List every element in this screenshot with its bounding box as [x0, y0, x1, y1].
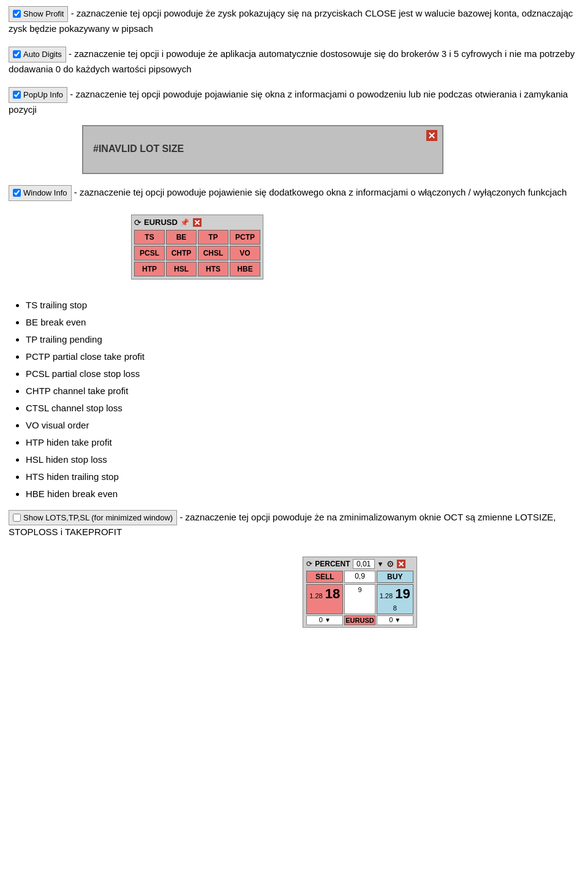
- list-item-pcsl: PCSL partial close stop loss: [26, 367, 579, 381]
- eurusd-icon: ⟳: [134, 218, 141, 227]
- list-item-htp: HTP hiden take profit: [26, 435, 579, 450]
- sell-big-num: 18: [325, 586, 340, 601]
- btn-hbe[interactable]: HBE: [230, 262, 260, 276]
- eurusd-titlebar: ⟳ EURUSD 📌: [134, 218, 260, 227]
- sell-price-small: 1.28: [309, 592, 322, 599]
- list-item-vo: VO visual order: [26, 418, 579, 433]
- popup-info-paragraph: PopUp Info - zaznaczenie tej opcji powod…: [9, 87, 579, 116]
- list-item-ctsl: CTSL channel stop loss: [26, 401, 579, 416]
- percent-label: PERCENT: [315, 560, 350, 568]
- window-info-checkbox-widget[interactable]: Window Info: [9, 185, 72, 201]
- btn-htp[interactable]: HTP: [134, 262, 165, 276]
- minimized-close-button[interactable]: [397, 560, 405, 568]
- lot-dropdown-arrow[interactable]: ▼: [377, 560, 384, 568]
- price-big-row: 1.28 18 9 1.28 19 8: [306, 584, 413, 614]
- eurusd-title: EURUSD: [144, 218, 178, 227]
- popup-info-checkbox-widget[interactable]: PopUp Info: [9, 87, 67, 103]
- list-item-ts: TS trailing stop: [26, 298, 579, 313]
- minimized-panel: ⟳ PERCENT ▼ ⚙ SELL 0,9 BUY 1.28 18 9 1.2…: [303, 557, 417, 628]
- popup-info-section: PopUp Info - zaznaczenie tej opcji powod…: [9, 87, 579, 174]
- btn-tp[interactable]: TP: [198, 230, 228, 245]
- btn-pctp[interactable]: PCTP: [230, 230, 260, 245]
- eurusd-button-grid: TS BE TP PCTP PCSL CHTP CHSL VO HTP HSL …: [134, 230, 260, 276]
- buy-big-num: 19: [395, 586, 410, 601]
- sell-buy-row: SELL 0,9 BUY: [306, 571, 413, 583]
- auto-digits-description: - zaznaczenie tej opcji i powoduje że ap…: [9, 48, 575, 74]
- btn-ts[interactable]: TS: [134, 230, 165, 245]
- popup-dialog: #INAVLID LOT SIZE: [82, 125, 443, 174]
- sell-price-button[interactable]: 1.28 18: [306, 584, 343, 614]
- show-lots-checkbox-widget[interactable]: Show LOTS,TP,SL (for minimized window): [9, 510, 177, 526]
- show-lots-label: Show LOTS,TP,SL (for minimized window): [23, 512, 173, 524]
- list-item-pctp: PCTP partial close take profit: [26, 349, 579, 364]
- btn-vo[interactable]: VO: [230, 246, 260, 261]
- popup-dialog-title: #INAVLID LOT SIZE: [93, 143, 432, 154]
- buy-bottom-val: 0: [389, 616, 393, 623]
- window-info-checkbox[interactable]: [13, 189, 21, 197]
- btn-hsl[interactable]: HSL: [166, 262, 197, 276]
- buy-bottom-arrow[interactable]: ▼: [394, 617, 401, 623]
- eurusd-pin-button[interactable]: 📌: [180, 218, 189, 227]
- sell-bottom-arrow[interactable]: ▼: [325, 617, 331, 623]
- sell-bottom-dropdown[interactable]: 0 ▼: [306, 615, 343, 625]
- buy-price-button[interactable]: 1.28 19 8: [377, 584, 413, 614]
- window-info-label: Window Info: [23, 187, 67, 199]
- show-profit-description: - zaznaczenie tej opcji powoduje że zysk…: [9, 8, 573, 34]
- buy-small-right: 8: [393, 604, 397, 612]
- btn-chtp[interactable]: CHTP: [166, 246, 197, 261]
- list-item-tp: TP trailing pending: [26, 332, 579, 347]
- show-profit-checkbox[interactable]: [13, 10, 21, 18]
- btn-chsl[interactable]: CHSL: [198, 246, 228, 261]
- minimized-icon: ⟳: [306, 560, 312, 568]
- show-profit-section: Show Profit - zaznaczenie tej opcji powo…: [9, 6, 579, 36]
- list-item-chtp: CHTP channel take profit: [26, 384, 579, 398]
- popup-info-description: - zaznaczenie tej opcji powoduje pojawia…: [9, 89, 568, 115]
- show-profit-checkbox-widget[interactable]: Show Profit: [9, 6, 68, 22]
- window-info-section: Window Info - zaznaczenie tej opcji powo…: [9, 185, 579, 287]
- minimized-titlebar: ⟳ PERCENT ▼ ⚙: [306, 559, 413, 569]
- show-lots-paragraph: Show LOTS,TP,SL (for minimized window) -…: [9, 510, 579, 539]
- popup-info-checkbox[interactable]: [13, 91, 21, 99]
- middle-price-cell: 9: [344, 584, 375, 614]
- eurusd-close-button[interactable]: [193, 218, 202, 227]
- list-item-hts: HTS hiden trailing stop: [26, 470, 579, 484]
- sell-bottom-val: 0: [319, 616, 323, 623]
- sell-label: SELL: [306, 571, 343, 583]
- show-profit-paragraph: Show Profit - zaznaczenie tej opcji powo…: [9, 6, 579, 36]
- buy-price-small: 1.28: [380, 592, 393, 599]
- buy-bottom-dropdown[interactable]: 0 ▼: [377, 615, 413, 625]
- btn-pcsl[interactable]: PCSL: [134, 246, 165, 261]
- show-lots-checkbox[interactable]: [13, 514, 21, 522]
- gear-icon[interactable]: ⚙: [386, 559, 394, 569]
- popup-close-button[interactable]: [426, 130, 437, 141]
- auto-digits-checkbox[interactable]: [13, 50, 21, 58]
- btn-hts[interactable]: HTS: [198, 262, 228, 276]
- btn-be[interactable]: BE: [166, 230, 197, 245]
- window-info-paragraph: Window Info - zaznaczenie tej opcji powo…: [9, 185, 579, 201]
- mini-bottom-row: 0 ▼ EURUSD 0 ▼: [306, 615, 413, 625]
- feature-list: TS trailing stop BE break even TP traili…: [9, 298, 579, 501]
- buy-label: BUY: [377, 571, 413, 583]
- show-lots-section: Show LOTS,TP,SL (for minimized window) -…: [9, 510, 579, 539]
- popup-info-label: PopUp Info: [23, 89, 63, 101]
- window-info-description: - zaznaczenie tej opcji powoduje pojawie…: [74, 187, 567, 197]
- auto-digits-checkbox-widget[interactable]: Auto Digits: [9, 47, 66, 63]
- lot-input[interactable]: [353, 559, 375, 569]
- list-item-be: BE break even: [26, 315, 579, 330]
- eurusd-panel: ⟳ EURUSD 📌 TS BE TP PCTP PCSL CHTP CHSL …: [131, 215, 263, 280]
- sell-price-val: 0,9: [344, 571, 375, 583]
- minimized-outer: ⟳ PERCENT ▼ ⚙ SELL 0,9 BUY 1.28 18 9 1.2…: [9, 550, 579, 634]
- list-item-hbe: HBE hiden break even: [26, 487, 579, 501]
- auto-digits-label: Auto Digits: [23, 48, 62, 61]
- auto-digits-section: Auto Digits - zaznaczenie tej opcji i po…: [9, 47, 579, 76]
- show-profit-label: Show Profit: [23, 8, 64, 20]
- eurusd-bottom-label: EURUSD: [344, 615, 375, 625]
- auto-digits-paragraph: Auto Digits - zaznaczenie tej opcji i po…: [9, 47, 579, 76]
- list-item-hsl: HSL hiden stop loss: [26, 452, 579, 467]
